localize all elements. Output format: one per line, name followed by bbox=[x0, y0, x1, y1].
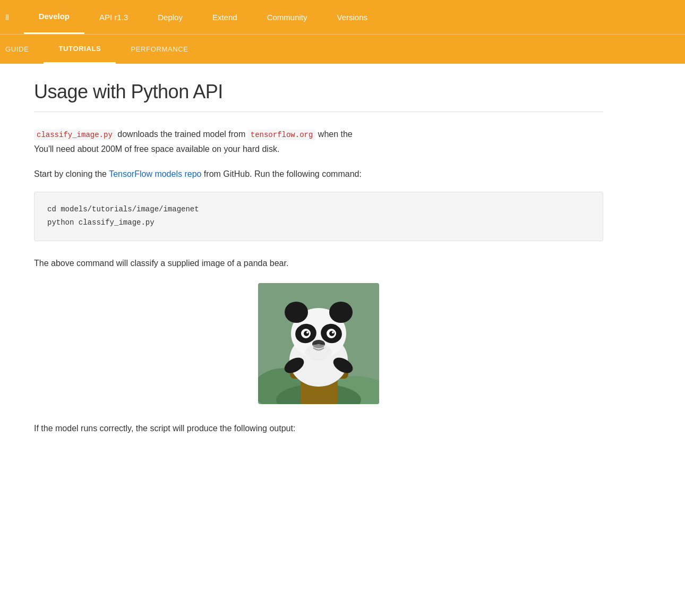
svg-point-16 bbox=[306, 331, 309, 333]
code-classify-image: classify_image.py bbox=[34, 130, 115, 140]
svg-point-14 bbox=[304, 331, 309, 336]
description-para-2: Start by cloning the TensorFlow models r… bbox=[34, 167, 603, 181]
panda-image-container bbox=[34, 283, 603, 404]
subnav-item-guide[interactable]: GUIDE bbox=[0, 35, 44, 64]
nav-item-develop[interactable]: Develop bbox=[24, 0, 84, 34]
panda-svg bbox=[258, 283, 379, 404]
description-para-1: classify_image.py downloads the trained … bbox=[34, 127, 603, 156]
code-tensorflow-org: tensorflow.org bbox=[248, 130, 316, 140]
svg-point-17 bbox=[332, 331, 334, 333]
nav-item-api[interactable]: API r1.3 bbox=[84, 0, 143, 34]
description-para-3: The above command will classify a suppli… bbox=[34, 256, 603, 270]
code-block: cd models/tutorials/image/imagenet pytho… bbox=[34, 192, 603, 241]
sub-navigation: GUIDE TUTORIALS PERFORMANCE bbox=[0, 34, 685, 64]
svg-point-15 bbox=[329, 331, 335, 336]
nav-item-install[interactable]: ll bbox=[0, 0, 24, 34]
nav-item-versions[interactable]: Versions bbox=[322, 0, 383, 34]
subnav-item-performance[interactable]: PERFORMANCE bbox=[116, 35, 203, 64]
svg-point-8 bbox=[285, 302, 308, 323]
disk-space-text: You'll need about 200M of free space ava… bbox=[34, 144, 279, 153]
page-title: Usage with Python API bbox=[34, 81, 603, 103]
panda-image bbox=[258, 283, 379, 404]
svg-point-23 bbox=[305, 344, 332, 360]
main-content: Usage with Python API classify_image.py … bbox=[0, 64, 637, 461]
following-output-para: If the model runs correctly, the script … bbox=[34, 421, 603, 435]
code-line-2: python classify_image.py bbox=[47, 216, 590, 229]
top-navigation: ll Develop API r1.3 Deploy Extend Commun… bbox=[0, 0, 685, 34]
code-line-1: cd models/tutorials/image/imagenet bbox=[47, 203, 590, 216]
subnav-item-tutorials[interactable]: TUTORIALS bbox=[44, 35, 116, 64]
svg-point-9 bbox=[329, 302, 353, 323]
nav-item-deploy[interactable]: Deploy bbox=[143, 0, 198, 34]
title-divider bbox=[34, 112, 603, 112]
nav-item-extend[interactable]: Extend bbox=[198, 0, 252, 34]
tensorflow-models-repo-link[interactable]: TensorFlow models repo bbox=[109, 169, 201, 178]
nav-item-community[interactable]: Community bbox=[252, 0, 322, 34]
